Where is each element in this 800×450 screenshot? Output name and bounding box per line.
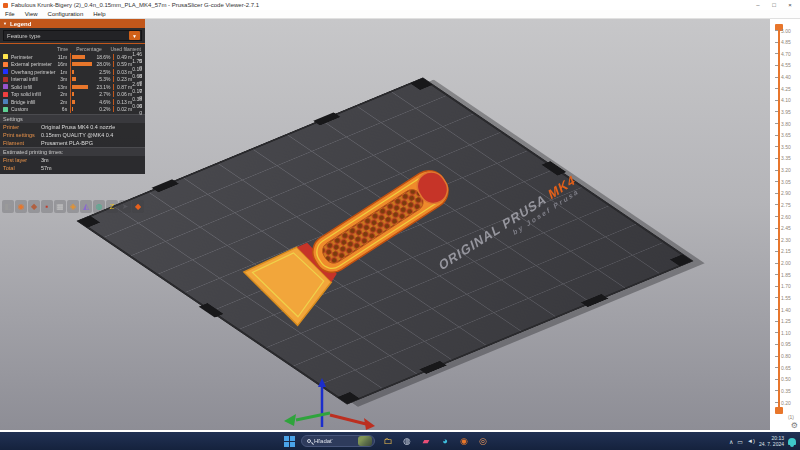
menu-view[interactable]: View bbox=[20, 10, 43, 19]
feature-row[interactable]: Bridge infill2m4.6%0.13 m0.38 g bbox=[3, 98, 143, 106]
layer-tick: 0.95 bbox=[770, 342, 800, 347]
feature-row[interactable]: Custom6s0.2%0.02 m0.06 g bbox=[3, 106, 143, 114]
close-button[interactable]: × bbox=[782, 0, 798, 10]
viewer-toolbar: ◧◉◆▪▦◈◭◍Z➤◆ bbox=[2, 200, 144, 213]
plate-notch bbox=[313, 112, 340, 125]
tick-dash bbox=[775, 390, 778, 391]
tick-label: 3.05 bbox=[781, 179, 791, 185]
feature-color-swatch bbox=[3, 107, 8, 112]
layer-tick: 4.40 bbox=[770, 75, 800, 80]
app-logo-icon bbox=[3, 3, 8, 8]
feature-percentage-bar bbox=[70, 76, 92, 84]
plate-notch bbox=[581, 294, 608, 307]
gear-icon[interactable]: ⚙ bbox=[791, 422, 798, 430]
prusaslicer-gcode-viewer-window: Fabulous Krunk-Bigery (2)_0.4n_0.15mm_PL… bbox=[0, 0, 800, 450]
feature-length: 0.03 m bbox=[113, 69, 133, 75]
volume-icon[interactable]: ◄) bbox=[747, 438, 755, 444]
app-icon-orange-2[interactable]: ◎ bbox=[476, 434, 490, 448]
filament-row: Filament Prusament PLA-BPG bbox=[0, 139, 145, 147]
legend-collapse-icon[interactable]: ▼ bbox=[3, 21, 7, 26]
feature-time: 2m bbox=[56, 99, 67, 105]
viewer-toolbar-icon-6[interactable]: ◈ bbox=[67, 200, 79, 213]
tick-dash bbox=[775, 309, 778, 310]
title-bar: Fabulous Krunk-Bigery (2)_0.4n_0.15mm_PL… bbox=[0, 0, 800, 10]
feature-label: External perimeter bbox=[11, 61, 56, 67]
viewer-toolbar-icon-3[interactable]: ◆ bbox=[28, 200, 40, 213]
notification-bell-icon[interactable] bbox=[788, 438, 796, 445]
tick-label: 1.10 bbox=[781, 330, 791, 336]
viewer-toolbar-icon-7[interactable]: ◭ bbox=[80, 200, 92, 213]
taskbar-search-input[interactable]: Hľadať bbox=[301, 435, 375, 447]
layer-tick: 2.00 bbox=[770, 261, 800, 266]
tick-label: 4.40 bbox=[781, 74, 791, 80]
gcode-3d-viewport[interactable]: ORIGINAL PRUSA MK4 by Josef Prusa bbox=[0, 19, 800, 432]
battery-icon[interactable]: ▭ bbox=[737, 438, 743, 445]
tick-label: 1.40 bbox=[781, 307, 791, 313]
minimize-button[interactable]: – bbox=[750, 0, 766, 10]
layer-tick: 2.60 bbox=[770, 214, 800, 219]
feature-row[interactable]: Overhang perimeter1m2.5%0.03 m0.10 g bbox=[3, 68, 143, 76]
start-button[interactable] bbox=[284, 436, 295, 447]
layer-slider-lower-handle[interactable] bbox=[775, 407, 783, 414]
app-icon-dark[interactable]: ◍ bbox=[400, 434, 414, 448]
settings-header: Settings bbox=[0, 114, 145, 123]
sliced-model[interactable] bbox=[230, 149, 470, 339]
search-icon bbox=[307, 439, 311, 443]
edge-icon[interactable]: ◕ bbox=[438, 434, 452, 448]
view-type-value[interactable]: Feature type bbox=[4, 33, 129, 39]
menu-configuration[interactable]: Configuration bbox=[43, 10, 89, 19]
feature-label: Bridge infill bbox=[11, 99, 56, 105]
feature-time: 6s bbox=[56, 106, 67, 112]
viewer-toolbar-icon-11[interactable]: ◆ bbox=[132, 200, 144, 213]
feature-row[interactable]: Solid infill13m23.1%0.87 m2.61 g bbox=[3, 83, 143, 91]
feature-percentage-bar bbox=[70, 53, 92, 61]
feature-percentage-bar bbox=[70, 61, 92, 69]
print-settings-label: Print settings bbox=[3, 132, 41, 138]
menu-file[interactable]: File bbox=[0, 10, 20, 19]
feature-row[interactable]: External perimeter16m28.0%0.59 m1.75 g bbox=[3, 61, 143, 69]
layer-tick: 5.00 bbox=[770, 28, 800, 33]
layer-tick: 0.20 bbox=[770, 400, 800, 405]
app-icon-pink[interactable]: ▰ bbox=[419, 434, 433, 448]
tick-label: 2.75 bbox=[781, 202, 791, 208]
feature-percentage: 0.2% bbox=[92, 106, 111, 112]
bar-fill bbox=[72, 77, 76, 81]
file-explorer-icon[interactable]: 🗀 bbox=[381, 434, 395, 448]
tray-chevron-icon[interactable]: ∧ bbox=[729, 438, 733, 445]
filter-icon[interactable]: ▼ bbox=[129, 31, 140, 40]
feature-row[interactable]: Top solid infill2m2.7%0.06 m0.17 g bbox=[3, 91, 143, 99]
tick-label: 3.35 bbox=[781, 155, 791, 161]
view-type-dropdown[interactable]: Feature type ▼ bbox=[3, 30, 142, 41]
viewer-toolbar-icon-8[interactable]: ◍ bbox=[93, 200, 105, 213]
clock[interactable]: 20:13 24. 7. 2024 bbox=[759, 435, 784, 447]
layer-tick: 2.90 bbox=[770, 191, 800, 196]
feature-percentage: 2.7% bbox=[92, 91, 111, 97]
viewer-toolbar-icon-9[interactable]: Z bbox=[106, 200, 118, 213]
feature-row[interactable]: Internal infill3m5.3%0.23 m0.68 g bbox=[3, 76, 143, 84]
feature-percentage: 5.3% bbox=[92, 76, 111, 82]
layer-tick: 1.85 bbox=[770, 272, 800, 277]
feature-time: 16m bbox=[56, 61, 67, 67]
layer-tick: 1.25 bbox=[770, 319, 800, 324]
tick-label: 1.25 bbox=[781, 318, 791, 324]
viewer-toolbar-icon-2[interactable]: ◉ bbox=[15, 200, 27, 213]
viewer-toolbar-icon-10[interactable]: ➤ bbox=[119, 200, 131, 213]
feature-row[interactable]: Perimeter11m18.6%0.49 m1.46 g bbox=[3, 53, 143, 61]
maximize-button[interactable]: □ bbox=[766, 0, 782, 10]
viewer-toolbar-icon-4[interactable]: ▪ bbox=[41, 200, 53, 213]
layer-slider[interactable]: 5.004.854.704.554.404.254.103.953.803.65… bbox=[770, 19, 800, 432]
bar-fill bbox=[72, 55, 85, 59]
viewer-toolbar-icon-1[interactable]: ◧ bbox=[2, 200, 14, 213]
feature-color-swatch bbox=[3, 99, 8, 104]
feature-percentage-bar bbox=[70, 98, 92, 106]
viewer-toolbar-icon-5[interactable]: ▦ bbox=[54, 200, 66, 213]
legend-header[interactable]: ▼ Legend bbox=[0, 19, 145, 28]
filament-label: Filament bbox=[3, 140, 41, 146]
menu-help[interactable]: Help bbox=[88, 10, 110, 19]
app-icon-orange-1[interactable]: ◉ bbox=[457, 434, 471, 448]
tick-label: 3.65 bbox=[781, 132, 791, 138]
tick-dash bbox=[775, 286, 778, 287]
move-slider[interactable]: 1 17088 bbox=[0, 430, 770, 432]
layer-tick: 0.80 bbox=[770, 354, 800, 359]
windows-taskbar: Hľadať 🗀◍▰◕◉◎ ∧ ▭ ◄) 20:13 24. 7. 2024 bbox=[0, 432, 800, 450]
